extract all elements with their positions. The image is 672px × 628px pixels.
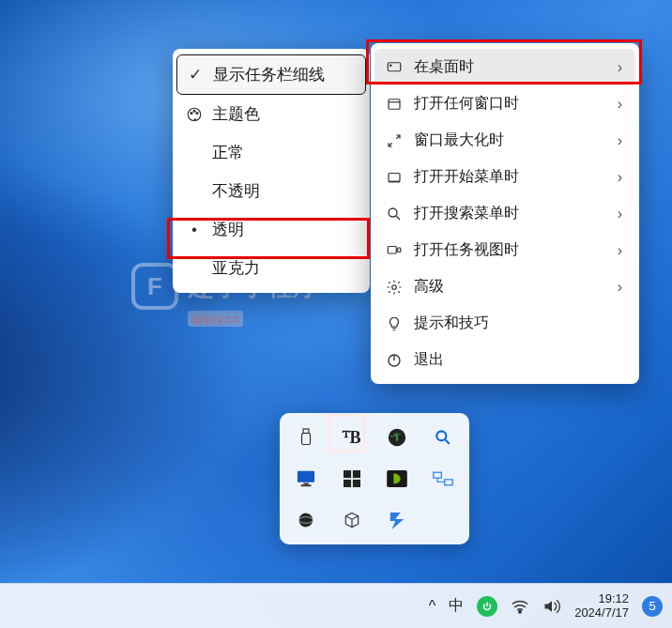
svg-rect-6 (389, 99, 400, 109)
tray-chevron-up-icon[interactable]: ^ (429, 598, 436, 615)
menu-item-tips[interactable]: 提示和技巧 (374, 305, 635, 342)
maximize-icon (384, 132, 405, 149)
volume-icon[interactable] (542, 598, 561, 615)
menu-label: 主题色 (212, 103, 353, 125)
menu-item-show-taskbar-line[interactable]: ✓ 显示任务栏细线 (176, 54, 366, 95)
tray-empty-slot (422, 501, 465, 539)
menu-label: 显示任务栏细线 (213, 64, 352, 85)
menu-label: 打开搜索菜单时 (414, 204, 608, 223)
svg-point-20 (436, 431, 446, 440)
clock-time: 19:12 (574, 592, 629, 606)
menu-label: 退出 (414, 350, 622, 370)
menu-item-advanced[interactable]: 高级 › (374, 268, 635, 305)
tray-razer-icon[interactable] (376, 419, 419, 456)
window-icon (384, 96, 405, 113)
start-icon (384, 169, 405, 186)
taskview-icon (384, 242, 405, 259)
ime-indicator[interactable]: 中 (449, 596, 464, 616)
clock-date: 2024/7/17 (574, 606, 629, 620)
menu-item-task-view[interactable]: 打开任务视图时 › (374, 232, 635, 268)
menu-label: 打开任何窗口时 (414, 94, 608, 114)
menu-label: 不透明 (212, 180, 353, 202)
svg-rect-22 (298, 471, 314, 482)
menu-item-exit[interactable]: 退出 (374, 342, 635, 378)
chevron-right-icon: › (618, 242, 622, 259)
svg-rect-8 (389, 173, 400, 181)
menu-label: 窗口最大化时 (414, 130, 608, 150)
menu-item-start-menu[interactable]: 打开开始菜单时 › (374, 159, 635, 195)
taskbar-clock[interactable]: 19:12 2024/7/17 (574, 592, 629, 620)
svg-rect-24 (301, 484, 312, 486)
svg-point-2 (193, 110, 195, 112)
svg-point-3 (196, 112, 198, 114)
chevron-right-icon: › (618, 96, 622, 113)
svg-rect-4 (388, 62, 401, 70)
context-menu-triggers[interactable]: 在桌面时 › 打开任何窗口时 › 窗口最大化时 › 打开开始菜单时 › 打开搜索… (371, 43, 639, 384)
tray-clash-icon[interactable] (376, 501, 419, 539)
context-menu-appearance[interactable]: ✓ 显示任务栏细线 主题色 正常 不透明 • 透明 亚克力 (173, 49, 370, 293)
svg-line-11 (396, 216, 400, 220)
svg-rect-17 (303, 429, 309, 434)
bullet-icon: • (186, 221, 203, 239)
chevron-right-icon: › (618, 279, 622, 296)
svg-rect-18 (302, 434, 311, 445)
svg-line-21 (445, 440, 449, 444)
check-icon: ✓ (187, 65, 204, 84)
notification-badge[interactable]: 5 (642, 596, 663, 617)
svg-point-19 (389, 429, 405, 446)
menu-item-on-desktop[interactable]: 在桌面时 › (374, 49, 635, 85)
chevron-right-icon: › (618, 132, 622, 149)
menu-item-acrylic[interactable]: 亚克力 (176, 249, 366, 287)
tray-nvidia-icon[interactable] (376, 460, 419, 498)
svg-point-14 (392, 284, 397, 289)
vpn-status-icon[interactable] (477, 596, 497, 617)
chevron-right-icon: › (618, 169, 622, 186)
tray-monitor-icon[interactable] (285, 460, 328, 498)
menu-item-transparent[interactable]: • 透明 (176, 210, 366, 249)
svg-rect-25 (344, 470, 351, 478)
svg-rect-12 (388, 246, 396, 253)
svg-point-1 (191, 112, 192, 114)
tray-package-icon[interactable] (331, 501, 374, 539)
tray-startallback-icon[interactable] (331, 460, 374, 498)
svg-point-10 (389, 208, 397, 217)
menu-label: 提示和技巧 (414, 314, 622, 333)
menu-item-maximized[interactable]: 窗口最大化时 › (374, 122, 635, 159)
system-tray-overflow[interactable]: ᵀB (280, 413, 469, 544)
tray-translucent-tb-icon[interactable]: ᵀB (331, 419, 374, 456)
svg-rect-13 (398, 248, 401, 253)
menu-label: 在桌面时 (414, 57, 608, 77)
tray-globe-icon[interactable] (285, 501, 328, 539)
menu-label: 亚克力 (212, 257, 353, 279)
menu-label: 正常 (212, 142, 353, 163)
search-icon (384, 206, 405, 222)
menu-label: 打开开始菜单时 (414, 167, 608, 187)
tray-magnifier-icon[interactable] (422, 419, 465, 456)
svg-rect-27 (344, 480, 351, 487)
menu-item-any-window[interactable]: 打开任何窗口时 › (374, 85, 635, 122)
tray-usb-icon[interactable] (285, 419, 328, 456)
menu-item-normal[interactable]: 正常 (176, 133, 366, 172)
desktop-icon (384, 59, 405, 76)
svg-rect-30 (434, 472, 441, 478)
tray-network-icon[interactable] (422, 460, 465, 498)
palette-icon (186, 106, 203, 123)
menu-item-opaque[interactable]: 不透明 (176, 172, 366, 210)
menu-label: 透明 (212, 219, 353, 240)
gear-icon (384, 279, 405, 296)
svg-rect-26 (353, 470, 360, 478)
svg-rect-23 (304, 483, 309, 485)
svg-rect-31 (444, 480, 451, 485)
wifi-icon[interactable] (511, 599, 529, 614)
menu-label: 高级 (414, 277, 608, 297)
svg-rect-28 (353, 480, 360, 487)
chevron-right-icon: › (618, 59, 622, 76)
taskbar[interactable]: ^ 中 19:12 2024/7/17 5 (0, 583, 672, 628)
bulb-icon (384, 315, 405, 332)
power-icon (384, 352, 405, 369)
menu-label: 打开任务视图时 (414, 240, 608, 260)
menu-item-search-menu[interactable]: 打开搜索菜单时 › (374, 195, 635, 232)
menu-item-theme-color[interactable]: 主题色 (176, 95, 366, 133)
svg-point-5 (390, 65, 392, 67)
chevron-right-icon: › (618, 206, 622, 222)
